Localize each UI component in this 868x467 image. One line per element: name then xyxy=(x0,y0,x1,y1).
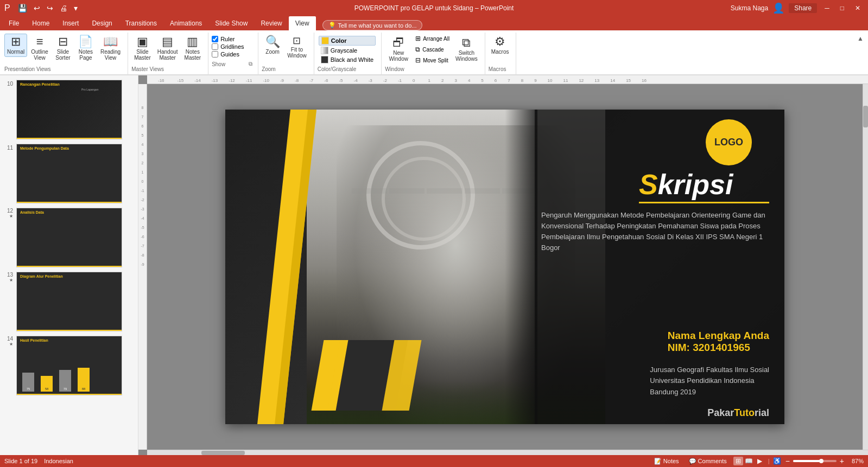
group-master-views: ▣ SlideMaster ▤ HandoutMaster ▥ NotesMas… xyxy=(129,33,208,74)
ribbon-collapse-btn[interactable]: ▲ xyxy=(855,33,866,44)
undo-qat-btn[interactable]: ↩ xyxy=(31,3,42,14)
diagonal-sep xyxy=(505,110,537,424)
notes-master-label: NotesMaster xyxy=(185,49,201,61)
title-bar-right: Sukma Naga 👤 Share ─ □ ✕ xyxy=(731,2,864,14)
slide-item-14[interactable]: 14 ★ Hasil Penelitian 75 58 79 xyxy=(0,334,138,398)
arrange-all-btn[interactable]: ⊞ Arrange All xyxy=(413,34,452,43)
canvas-body: 876543210-1-2-3-4-5-6-7-8-9 xyxy=(138,84,868,450)
macros-icon: ⚙ xyxy=(495,36,505,48)
cascade-btn[interactable]: ⧉ Cascade xyxy=(413,44,452,54)
tab-file[interactable]: File xyxy=(2,16,26,30)
handout-master-btn[interactable]: ▤ HandoutMaster xyxy=(155,34,181,63)
new-window-btn[interactable]: 🗗 NewWindow xyxy=(385,35,412,64)
zoom-minus-btn[interactable]: − xyxy=(784,457,791,465)
save-qat-btn[interactable]: 💾 xyxy=(16,3,29,14)
ruler-checkbox[interactable] xyxy=(212,36,218,42)
group-window: 🗗 NewWindow ⊞ Arrange All ⧉ Cascade ⊟ Mo… xyxy=(383,33,485,74)
group-show: Ruler Gridlines Guides Show ⧉ xyxy=(210,33,258,74)
tab-insert[interactable]: Insert xyxy=(56,16,85,30)
fit-to-window-btn[interactable]: ⊡ Fit toWindow xyxy=(284,34,309,61)
scrollbar-thumb-h[interactable] xyxy=(201,451,245,455)
notes-status-btn[interactable]: 📝 Notes xyxy=(651,457,682,465)
bw-option[interactable]: Black and White xyxy=(319,55,376,64)
pv-group-label: Presentation Views xyxy=(4,66,50,73)
slide-item-10[interactable]: 10 Rancangan Penelitian Pro Lapangan xyxy=(0,78,138,142)
customize-qat-btn[interactable]: ▾ xyxy=(72,3,80,14)
user-name: Sukma Naga xyxy=(731,4,768,12)
title-rest: kripsi xyxy=(658,168,733,201)
slide-master-btn[interactable]: ▣ SlideMaster xyxy=(131,34,154,63)
slide-master-icon: ▣ xyxy=(137,36,148,48)
logo-circle: LOGO xyxy=(706,119,752,165)
tell-me-text: Tell me what you want to do... xyxy=(338,22,417,29)
logo-text: LOGO xyxy=(714,137,743,148)
comments-status-btn[interactable]: 💬 Comments xyxy=(686,457,730,465)
slideshow-view-icon[interactable]: ▶ xyxy=(755,457,765,465)
zoom-thumb[interactable] xyxy=(819,459,823,463)
slide-item-13[interactable]: 13 ★ Diagram Alur Penelitian xyxy=(0,270,138,334)
name-box: Nama Lengkap Anda NIM: 3201401965 xyxy=(668,330,769,354)
switch-windows-btn[interactable]: ⧉ SwitchWindows xyxy=(453,35,480,64)
notes-status-label: Notes xyxy=(663,458,679,464)
minimize-btn[interactable]: ─ xyxy=(821,3,833,13)
ruler-checkbox-item[interactable]: Ruler xyxy=(212,36,254,42)
share-button[interactable]: Share xyxy=(789,3,817,13)
slide-item-12[interactable]: 12 ★ Analisis Data xyxy=(0,206,138,270)
subtitle-text: Pengaruh Menggunakan Metode Pembelajaran… xyxy=(541,210,769,254)
notes-page-btn[interactable]: 📄 NotesPage xyxy=(75,34,97,63)
reading-view-btn[interactable]: 📖 ReadingView xyxy=(98,34,123,63)
macros-group-label: Macros xyxy=(489,66,506,73)
scrollbar-vertical[interactable] xyxy=(863,84,868,450)
grayscale-option[interactable]: Grayscale xyxy=(319,46,376,55)
move-split-label: Move Split xyxy=(423,57,448,63)
notes-master-btn[interactable]: ▥ NotesMaster xyxy=(182,34,204,63)
gridlines-checkbox[interactable] xyxy=(212,43,218,50)
zoom-plus-btn[interactable]: + xyxy=(839,457,845,465)
accessibility-icon[interactable]: ♿ xyxy=(773,457,781,465)
normal-view-icon[interactable]: ⊞ xyxy=(733,457,743,465)
tab-view[interactable]: View xyxy=(289,16,316,30)
reading-view-icon-status[interactable]: 📖 xyxy=(744,457,754,465)
color-swatch xyxy=(321,37,329,44)
gridlines-checkbox-item[interactable]: Gridlines xyxy=(212,43,254,50)
ribbon-content: ⊞ Normal ≡ OutlineView ⊟ SlideSorter 📄 N… xyxy=(0,30,868,75)
tell-me-box[interactable]: 💡 Tell me what you want to do... xyxy=(322,20,423,30)
scrollbar-thumb-v[interactable] xyxy=(863,106,868,127)
zoom-fill xyxy=(793,460,821,462)
group-macros: ⚙ Macros Macros xyxy=(486,33,517,74)
zoom-btn[interactable]: 🔍 Zoom xyxy=(262,34,283,57)
show-expand-btn[interactable]: ⧉ xyxy=(248,60,254,68)
inst-line3: Bandung 2019 xyxy=(650,387,769,398)
redo-qat-btn[interactable]: ↪ xyxy=(45,3,55,14)
tab-design[interactable]: Design xyxy=(85,16,118,30)
tab-slideshow[interactable]: Slide Show xyxy=(208,16,254,30)
close-btn[interactable]: ✕ xyxy=(852,3,864,13)
print-qat-btn[interactable]: 🖨 xyxy=(58,3,69,14)
status-bar: Slide 1 of 19 Indonesian 📝 Notes 💬 Comme… xyxy=(0,455,868,467)
outline-label: OutlineView xyxy=(31,49,48,61)
ruler-vertical: 876543210-1-2-3-4-5-6-7-8-9 xyxy=(138,84,147,450)
move-split-btn[interactable]: ⊟ Move Split xyxy=(413,55,452,65)
normal-view-btn[interactable]: ⊞ Normal xyxy=(4,34,27,57)
slide-sorter-btn[interactable]: ⊟ SlideSorter xyxy=(52,34,74,63)
tab-home[interactable]: Home xyxy=(26,16,56,30)
tab-animations[interactable]: Animations xyxy=(163,16,208,30)
zoom-slider[interactable] xyxy=(793,460,837,462)
slide-canvas: LOGO S kripsi Pengar xyxy=(147,84,863,450)
window-top-row: 🗗 NewWindow ⊞ Arrange All ⧉ Cascade ⊟ Mo… xyxy=(385,34,480,65)
guides-checkbox[interactable] xyxy=(212,51,218,57)
scrollbar-horizontal[interactable] xyxy=(147,450,868,455)
guides-checkbox-item[interactable]: Guides xyxy=(212,51,254,57)
handout-master-label: HandoutMaster xyxy=(157,49,178,61)
tab-review[interactable]: Review xyxy=(254,16,288,30)
maximize-btn[interactable]: □ xyxy=(837,3,847,13)
zoom-percent[interactable]: 87% xyxy=(847,458,864,464)
title-bar: P 💾 ↩ ↪ 🖨 ▾ POWERPOINT pro GELAP untuk S… xyxy=(0,0,868,16)
tab-transitions[interactable]: Transitions xyxy=(119,16,163,30)
slide-title-container: S kripsi xyxy=(639,168,769,203)
outline-view-btn[interactable]: ≡ OutlineView xyxy=(28,34,51,63)
slide-item-11[interactable]: 11 Metode Pengumpulan Data xyxy=(0,142,138,206)
outline-icon: ≡ xyxy=(36,36,43,48)
macros-btn[interactable]: ⚙ Macros xyxy=(489,34,512,57)
color-option[interactable]: Color xyxy=(319,36,376,46)
